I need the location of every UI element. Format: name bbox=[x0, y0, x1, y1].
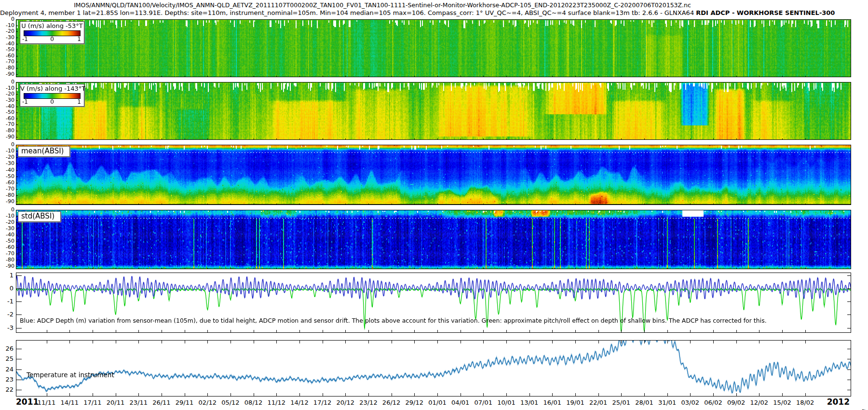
depth-tick-label: -50 bbox=[0, 47, 14, 53]
depth-variation-tick-label: 1 bbox=[0, 272, 14, 279]
x-axis-year-end: 2012 bbox=[820, 397, 850, 407]
depth-tick-label: -60 bbox=[0, 53, 14, 59]
colorbar-tick-label: 1 bbox=[77, 98, 81, 105]
panel-v-velocity: V (m/s) along -143°T -101 bbox=[16, 82, 851, 140]
u-velocity-legend-title: U (m/s) along -53°T bbox=[20, 22, 84, 29]
std-absi-label: std(ABSI) bbox=[18, 211, 61, 222]
u-velocity-colorbar-ticks: -101 bbox=[24, 36, 81, 43]
depth-tick-label: -70 bbox=[0, 122, 14, 127]
panel-depth-variation: Blue: ADCP Depth (m) variation from sens… bbox=[16, 273, 851, 333]
depth-tick-label: -10 bbox=[0, 23, 14, 28]
depth-tick-label: -70 bbox=[0, 251, 14, 257]
depth-tick-label: 0 bbox=[0, 79, 14, 85]
depth-tick-label: -10 bbox=[0, 213, 14, 219]
depth-tick-label: -50 bbox=[0, 174, 14, 179]
depth-tick-label: -80 bbox=[0, 257, 14, 263]
depth-tick-label: -50 bbox=[0, 109, 14, 115]
u-velocity-heatmap bbox=[16, 19, 851, 77]
depth-tick-label: -20 bbox=[0, 154, 14, 160]
v-velocity-legend: V (m/s) along -143°T -101 bbox=[20, 84, 84, 107]
depth-tick-label: -20 bbox=[0, 91, 14, 97]
temperature-tick-label: 24 bbox=[0, 366, 14, 373]
v-velocity-heatmap bbox=[16, 82, 851, 140]
temperature-tick-label: 22 bbox=[0, 386, 14, 393]
depth-tick-label: 0 bbox=[0, 142, 14, 148]
depth-tick-label: -80 bbox=[0, 128, 14, 134]
depth-tick-label: -40 bbox=[0, 232, 14, 238]
figure-subtitle: Deployment 4, member 1 lat=21.85S lon=11… bbox=[0, 9, 765, 16]
depth-tick-label: -70 bbox=[0, 59, 14, 65]
temperature-tick-label: 26 bbox=[0, 345, 14, 352]
depth-variation-tick-label: 0 bbox=[0, 285, 14, 292]
depth-variation-tick-label: -3 bbox=[0, 325, 14, 331]
temperature-chart bbox=[16, 340, 851, 396]
panel-std-absi: std(ABSI) bbox=[16, 210, 851, 269]
depth-tick-label: -70 bbox=[0, 186, 14, 192]
v-velocity-colorbar-ticks: -101 bbox=[24, 99, 81, 106]
depth-tick-label: -30 bbox=[0, 35, 14, 41]
figure-title-filename: IMOS/ANMN/QLD/TAN100/Velocity/IMOS_ANMN-… bbox=[0, 1, 765, 9]
u-velocity-legend: U (m/s) along -53°T -101 bbox=[20, 21, 84, 44]
depth-tick-label: -80 bbox=[0, 192, 14, 198]
depth-tick-label: 0 bbox=[0, 16, 14, 22]
depth-tick-label: -50 bbox=[0, 238, 14, 244]
depth-tick-label: -30 bbox=[0, 161, 14, 166]
mean-absi-label: mean(ABSI) bbox=[18, 146, 70, 157]
panel-mean-absi: mean(ABSI) bbox=[16, 145, 851, 205]
depth-tick-label: -90 bbox=[0, 134, 14, 140]
colorbar-tick-label: 0 bbox=[24, 98, 81, 105]
depth-tick-label: -30 bbox=[0, 226, 14, 232]
subtitle-text: Deployment 4, member 1 lat=21.85S lon=11… bbox=[0, 9, 694, 16]
depth-tick-label: -10 bbox=[0, 148, 14, 154]
depth-variation-tick-label: -1 bbox=[0, 298, 14, 305]
depth-tick-label: -60 bbox=[0, 180, 14, 186]
depth-variation-annotation: Blue: ADCP Depth (m) variation from sens… bbox=[20, 317, 767, 324]
depth-tick-label: -30 bbox=[0, 97, 14, 103]
depth-tick-label: -60 bbox=[0, 116, 14, 122]
depth-variation-tick-label: -2 bbox=[0, 311, 14, 318]
mean-absi-heatmap bbox=[16, 145, 851, 205]
temperature-label: Temperature at instrument bbox=[27, 371, 114, 379]
x-axis-tick-label: 18/02 bbox=[790, 399, 821, 406]
depth-tick-label: -20 bbox=[0, 219, 14, 225]
depth-tick-label: -90 bbox=[0, 199, 14, 205]
depth-tick-label: -80 bbox=[0, 65, 14, 71]
depth-tick-label: -40 bbox=[0, 41, 14, 47]
depth-tick-label: -60 bbox=[0, 245, 14, 250]
depth-tick-label: -40 bbox=[0, 167, 14, 173]
depth-tick-label: -20 bbox=[0, 28, 14, 34]
v-velocity-legend-title: V (m/s) along -143°T bbox=[20, 84, 84, 92]
depth-tick-label: 0 bbox=[0, 207, 14, 213]
panel-temperature: Temperature at instrument bbox=[16, 340, 851, 396]
depth-tick-label: -40 bbox=[0, 104, 14, 109]
panel-u-velocity: U (m/s) along -53°T -101 bbox=[16, 19, 851, 77]
depth-tick-label: -90 bbox=[0, 71, 14, 77]
adcp-figure: IMOS/ANMN/QLD/TAN100/Velocity/IMOS_ANMN-… bbox=[0, 0, 868, 410]
depth-tick-label: -90 bbox=[0, 263, 14, 269]
temperature-tick-label: 25 bbox=[0, 355, 14, 362]
colorbar-tick-label: 0 bbox=[24, 36, 81, 42]
subtitle-instrument: RDI ADCP - WORKHORSE SENTINEL-300 bbox=[696, 9, 835, 16]
temperature-tick-label: 23 bbox=[0, 376, 14, 383]
std-absi-heatmap bbox=[16, 210, 851, 269]
depth-tick-label: -10 bbox=[0, 85, 14, 91]
colorbar-tick-label: 1 bbox=[77, 36, 81, 42]
